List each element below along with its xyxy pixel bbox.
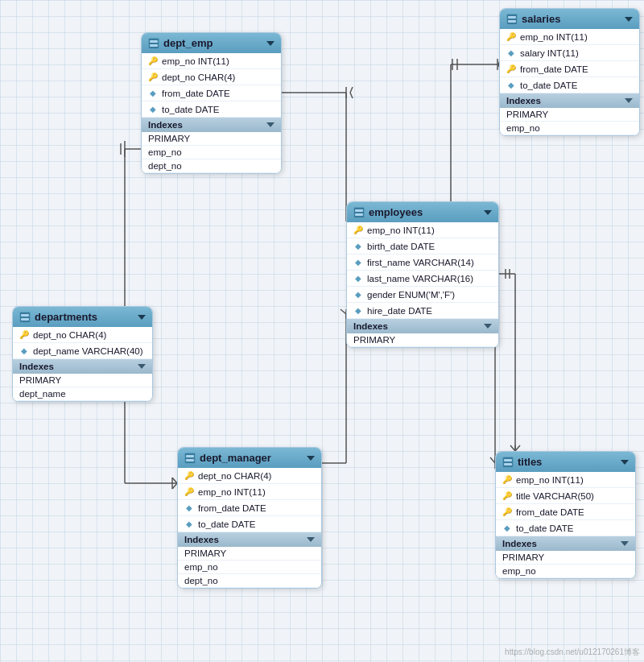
key-icon: 🔑 bbox=[19, 330, 29, 340]
dropdown-arrow-icon[interactable] bbox=[307, 537, 315, 542]
field-name: to_date DATE bbox=[520, 81, 577, 90]
table-employees: employees 🔑 emp_no INT(11) ◆ birth_date … bbox=[346, 201, 499, 348]
svg-line-12 bbox=[350, 87, 353, 93]
diamond-icon: ◆ bbox=[148, 105, 158, 114]
field-name: to_date DATE bbox=[198, 519, 255, 529]
departments-indexes-header[interactable]: Indexes bbox=[13, 359, 152, 374]
key-icon: 🔑 bbox=[148, 72, 158, 82]
key-icon: 🔑 bbox=[506, 32, 516, 42]
field-row: ◆ last_name VARCHAR(16) bbox=[347, 271, 498, 287]
svg-line-32 bbox=[341, 309, 346, 314]
field-row: ◆ first_name VARCHAR(14) bbox=[347, 254, 498, 271]
index-row: PRIMARY bbox=[13, 374, 152, 387]
field-name: emp_no INT(11) bbox=[516, 475, 584, 485]
employees-title: employees bbox=[369, 206, 423, 218]
field-row: ◆ gender ENUM('M','F') bbox=[347, 287, 498, 303]
dropdown-arrow-icon[interactable] bbox=[625, 98, 633, 103]
field-name: title VARCHAR(50) bbox=[516, 491, 594, 501]
salaries-fields: 🔑 emp_no INT(11) ◆ salary INT(11) 🔑 from… bbox=[500, 29, 639, 93]
field-name: from_date DATE bbox=[520, 64, 588, 74]
key-icon: 🔑 bbox=[506, 64, 516, 74]
titles-title: titles bbox=[518, 456, 542, 468]
table-departments: departments 🔑 dept_no CHAR(4) ◆ dept_nam… bbox=[12, 306, 153, 402]
field-name: dept_name VARCHAR(40) bbox=[33, 346, 143, 356]
db-icon bbox=[353, 207, 365, 218]
field-name: from_date DATE bbox=[162, 89, 230, 98]
dept-emp-header[interactable]: dept_emp bbox=[142, 33, 281, 53]
dept-emp-title: dept_emp bbox=[163, 37, 213, 49]
salaries-indexes-header[interactable]: Indexes bbox=[500, 93, 639, 108]
key-icon: 🔑 bbox=[184, 487, 194, 497]
table-dept-emp: dept_emp 🔑 emp_no INT(11) 🔑 dept_no CHAR… bbox=[141, 32, 282, 174]
indexes-label: Indexes bbox=[148, 120, 183, 130]
field-row: ◆ to_date DATE bbox=[178, 516, 321, 532]
index-row: PRIMARY bbox=[142, 132, 281, 146]
titles-header[interactable]: titles bbox=[496, 452, 635, 472]
diamond-icon: ◆ bbox=[184, 519, 194, 529]
field-row: 🔑 emp_no INT(11) bbox=[496, 472, 635, 488]
field-name: emp_no INT(11) bbox=[367, 225, 435, 235]
index-row: PRIMARY bbox=[496, 551, 635, 565]
db-icon bbox=[502, 457, 514, 468]
diamond-icon: ◆ bbox=[184, 503, 194, 513]
dropdown-arrow-icon[interactable] bbox=[621, 460, 629, 465]
dropdown-arrow-icon[interactable] bbox=[266, 122, 275, 127]
field-name: to_date DATE bbox=[162, 105, 219, 114]
indexes-label: Indexes bbox=[502, 539, 537, 548]
field-name: last_name VARCHAR(16) bbox=[367, 274, 473, 283]
diamond-icon: ◆ bbox=[19, 346, 29, 356]
diamond-icon: ◆ bbox=[502, 523, 512, 533]
field-name: dept_no CHAR(4) bbox=[162, 72, 235, 82]
index-row: PRIMARY bbox=[347, 333, 498, 347]
diamond-icon: ◆ bbox=[353, 258, 363, 267]
departments-header[interactable]: departments bbox=[13, 307, 152, 327]
departments-fields: 🔑 dept_no CHAR(4) ◆ dept_name VARCHAR(40… bbox=[13, 327, 152, 359]
dropdown-arrow-icon[interactable] bbox=[138, 315, 146, 320]
dropdown-arrow-icon[interactable] bbox=[266, 41, 275, 46]
field-name: emp_no INT(11) bbox=[162, 56, 229, 66]
salaries-header[interactable]: salaries bbox=[500, 9, 639, 29]
key-icon: 🔑 bbox=[148, 56, 158, 66]
titles-indexes-header[interactable]: Indexes bbox=[496, 536, 635, 551]
diamond-icon: ◆ bbox=[353, 290, 363, 300]
key-icon: 🔑 bbox=[502, 491, 512, 501]
field-row: 🔑 dept_no CHAR(4) bbox=[142, 69, 281, 85]
indexes-label: Indexes bbox=[19, 362, 54, 371]
dropdown-arrow-icon[interactable] bbox=[625, 17, 633, 22]
index-row: emp_no bbox=[496, 565, 635, 578]
dept-manager-indexes-header[interactable]: Indexes bbox=[178, 532, 321, 547]
dropdown-arrow-icon[interactable] bbox=[307, 456, 315, 461]
dropdown-arrow-icon[interactable] bbox=[138, 364, 146, 369]
diamond-icon: ◆ bbox=[353, 306, 363, 316]
dept-manager-header[interactable]: dept_manager bbox=[178, 448, 321, 468]
db-icon bbox=[506, 14, 518, 25]
field-row: ◆ to_date DATE bbox=[496, 520, 635, 536]
field-row: ◆ from_date DATE bbox=[142, 85, 281, 101]
field-name: dept_no CHAR(4) bbox=[33, 330, 106, 340]
dropdown-arrow-icon[interactable] bbox=[621, 541, 629, 546]
employees-indexes-header[interactable]: Indexes bbox=[347, 319, 498, 333]
index-row: dept_no bbox=[142, 159, 281, 173]
field-name: first_name VARCHAR(14) bbox=[367, 258, 474, 267]
field-row: ◆ birth_date DATE bbox=[347, 238, 498, 254]
diamond-icon: ◆ bbox=[353, 274, 363, 283]
field-row: 🔑 emp_no INT(11) bbox=[178, 484, 321, 500]
indexes-label: Indexes bbox=[506, 96, 541, 106]
index-row: PRIMARY bbox=[500, 108, 639, 122]
dropdown-arrow-icon[interactable] bbox=[484, 324, 492, 329]
diamond-icon: ◆ bbox=[148, 89, 158, 98]
employees-header[interactable]: employees bbox=[347, 202, 498, 222]
dropdown-arrow-icon[interactable] bbox=[484, 210, 492, 215]
field-name: salary INT(11) bbox=[520, 48, 579, 58]
field-row: 🔑 from_date DATE bbox=[500, 61, 639, 77]
diamond-icon: ◆ bbox=[506, 48, 516, 58]
diamond-icon: ◆ bbox=[506, 81, 516, 90]
index-row: dept_no bbox=[178, 574, 321, 588]
key-icon: 🔑 bbox=[184, 471, 194, 481]
index-row: emp_no bbox=[142, 146, 281, 159]
field-row: 🔑 title VARCHAR(50) bbox=[496, 488, 635, 504]
db-icon bbox=[19, 312, 31, 323]
dept-emp-indexes-header[interactable]: Indexes bbox=[142, 118, 281, 132]
field-name: emp_no INT(11) bbox=[520, 32, 588, 42]
field-row: ◆ dept_name VARCHAR(40) bbox=[13, 343, 152, 359]
